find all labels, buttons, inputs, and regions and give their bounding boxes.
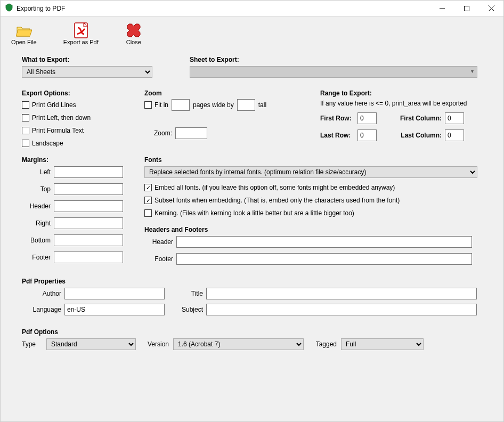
pdf-type-select[interactable]: Standard [46, 338, 136, 350]
print-left-down-label: Print Left, then down [32, 114, 91, 121]
subset-fonts-label: Subset fonts when embedding. (That is, e… [155, 197, 400, 204]
embed-all-fonts-checkbox[interactable]: Embed all fonts. (if you leave this opti… [144, 182, 493, 193]
tall-label: tall [258, 101, 266, 109]
margin-right-label: Right [22, 220, 54, 227]
pdf-tagged-label: Tagged [304, 340, 341, 348]
pages-tall-input[interactable] [237, 99, 255, 111]
print-formula-text-label: Print Formula Text [32, 127, 84, 134]
last-row-input[interactable] [357, 129, 377, 141]
open-file-label: Open File [11, 39, 37, 45]
range-title: Range to Export: [320, 90, 493, 97]
pdf-properties-title: Pdf Properties [22, 278, 493, 285]
svg-rect-1 [465, 6, 469, 11]
print-formula-text-checkbox[interactable]: Print Formula Text [22, 125, 144, 136]
subject-input[interactable] [206, 304, 477, 315]
export-options-title: Export Options: [22, 90, 144, 97]
margin-footer-input[interactable] [54, 251, 123, 263]
pdf-options-title: Pdf Options [22, 328, 493, 336]
first-col-label: First Column: [393, 115, 445, 122]
zoom-input[interactable] [175, 127, 207, 139]
embed-all-fonts-label: Embed all fonts. (if you leave this opti… [155, 184, 395, 191]
hf-footer-input[interactable] [176, 253, 472, 265]
pdf-type-label: Type [22, 340, 46, 348]
minimize-button[interactable] [430, 1, 454, 17]
landscape-label: Landscape [32, 140, 63, 147]
margin-left-input[interactable] [54, 166, 123, 178]
open-file-button[interactable]: Open File [11, 22, 37, 45]
pages-wide-input[interactable] [172, 99, 190, 111]
hf-header-input[interactable] [176, 236, 472, 248]
subject-label: Subject [165, 306, 206, 313]
print-grid-lines-label: Print Grid Lines [32, 101, 76, 109]
zoom-title: Zoom [144, 90, 320, 97]
print-grid-lines-checkbox[interactable]: Print Grid Lines [22, 100, 144, 110]
kerning-checkbox[interactable]: Kerning. (Files with kerning look a litt… [144, 208, 493, 218]
fit-in-label: Fit in [155, 101, 168, 109]
first-col-input[interactable] [445, 112, 464, 124]
close-button[interactable]: Close [125, 22, 142, 45]
pdf-version-select[interactable]: 1.6 (Acrobat 7) [173, 338, 304, 350]
what-to-export-select[interactable]: All Sheets [22, 66, 152, 78]
margin-left-label: Left [22, 168, 54, 176]
landscape-checkbox[interactable]: Landscape [22, 138, 144, 149]
print-left-down-checkbox[interactable]: Print Left, then down [22, 112, 144, 123]
sheet-to-export-select[interactable]: ▾ [190, 66, 477, 78]
headers-footers-title: Headers and Footers [144, 226, 493, 233]
language-input[interactable] [64, 304, 165, 315]
folder-open-icon [15, 22, 32, 39]
chevron-down-icon: ▾ [471, 68, 474, 74]
export-pdf-icon [72, 22, 90, 39]
margin-top-label: Top [22, 185, 54, 193]
subset-fonts-checkbox[interactable]: Subset fonts when embedding. (That is, e… [144, 195, 493, 206]
margin-right-input[interactable] [54, 217, 123, 229]
margin-top-input[interactable] [54, 183, 123, 195]
margins-title: Margins: [22, 156, 144, 164]
client-area: Open File Export as Pdf Close What to Ex… [1, 17, 503, 421]
zoom-label: Zoom: [144, 129, 175, 137]
author-label: Author [22, 290, 64, 297]
margin-header-label: Header [22, 202, 54, 210]
range-hint: If any value here is <= 0, print_area wi… [320, 100, 493, 107]
window-title: Exporting to PDF [17, 5, 65, 12]
margin-bottom-input[interactable] [54, 234, 123, 246]
pages-wide-by-label: pages wide by [193, 101, 234, 109]
first-row-label: First Row: [320, 115, 357, 122]
last-col-input[interactable] [445, 129, 464, 141]
what-to-export-title: What to Export: [22, 56, 152, 63]
author-input[interactable] [64, 288, 165, 299]
title-label: Title [165, 290, 206, 297]
first-row-input[interactable] [357, 112, 377, 124]
fonts-mode-select[interactable]: Replace selected fonts by internal fonts… [144, 166, 477, 178]
kerning-label: Kerning. (Files with kerning look a litt… [155, 209, 354, 217]
export-pdf-button[interactable]: Export as Pdf [63, 22, 99, 45]
close-window-button[interactable] [479, 1, 503, 17]
titlebar: Exporting to PDF [1, 1, 503, 17]
app-icon [5, 3, 13, 13]
maximize-button[interactable] [454, 1, 479, 17]
fonts-title: Fonts [144, 156, 493, 164]
toolbar: Open File Export as Pdf Close [1, 22, 503, 51]
margin-bottom-label: Bottom [22, 237, 54, 244]
title-input[interactable] [206, 288, 477, 299]
margin-header-input[interactable] [54, 200, 123, 212]
hf-header-label: Header [144, 238, 176, 246]
hf-footer-label: Footer [144, 255, 176, 263]
export-pdf-label: Export as Pdf [63, 39, 99, 45]
close-label: Close [126, 39, 141, 45]
close-icon [125, 22, 142, 39]
fit-in-checkbox[interactable]: Fit in pages wide by tall [144, 100, 320, 110]
last-row-label: Last Row: [320, 132, 357, 139]
last-col-label: Last Column: [393, 132, 445, 139]
language-label: Language [22, 306, 64, 313]
margin-footer-label: Footer [22, 254, 54, 261]
sheet-to-export-title: Sheet to Export: [190, 56, 493, 63]
pdf-version-label: Version [136, 340, 173, 348]
pdf-tagged-select[interactable]: Full [341, 338, 424, 350]
